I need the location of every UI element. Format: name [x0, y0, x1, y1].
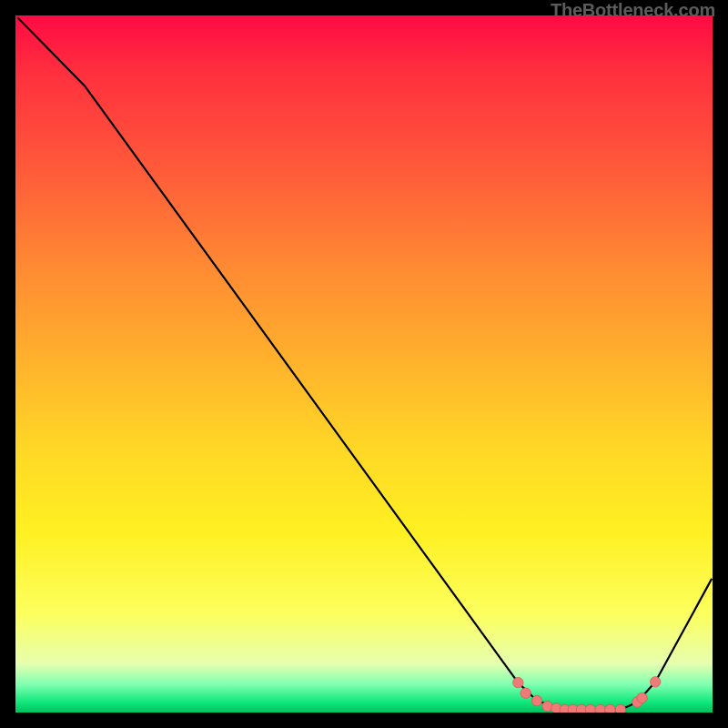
curve-marker — [605, 704, 616, 713]
plot-area — [15, 15, 713, 713]
curve-marker — [521, 688, 531, 699]
bottleneck-curve — [17, 17, 712, 710]
curve-marker — [585, 704, 596, 713]
curve-markers — [513, 677, 661, 713]
curve-group — [17, 17, 712, 710]
curve-marker — [615, 704, 626, 713]
watermark-text: TheBottleneck.com — [551, 0, 715, 21]
chart-frame: TheBottleneck.com — [0, 0, 728, 728]
curve-marker — [637, 693, 648, 703]
curve-marker — [595, 704, 606, 713]
curve-marker — [650, 677, 661, 688]
curve-marker — [513, 677, 524, 688]
chart-overlay — [15, 15, 713, 713]
curve-marker — [542, 701, 553, 712]
curve-marker — [531, 695, 542, 706]
